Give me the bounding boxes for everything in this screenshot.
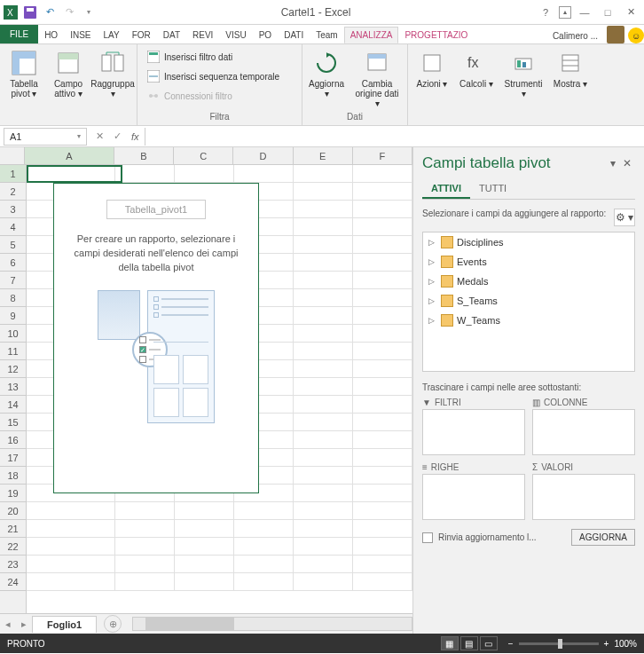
tab-review[interactable]: REVI [186,27,219,43]
col-header[interactable]: A [25,147,114,164]
sheet-nav-next[interactable]: ▸ [16,619,32,630]
ribbon-options-icon[interactable]: ▴ [559,6,571,19]
cell[interactable] [294,556,353,573]
cell[interactable] [353,165,412,183]
cell[interactable] [353,289,412,307]
fieldpane-close-icon[interactable]: ✕ [619,157,635,169]
cell[interactable] [294,254,353,272]
cell[interactable] [294,343,353,360]
cell[interactable] [353,325,412,343]
cell[interactable] [175,502,234,520]
help-icon[interactable]: ? [536,4,555,20]
minimize-button[interactable]: — [575,4,594,20]
cell[interactable] [353,449,412,467]
cell[interactable] [294,485,353,502]
cell[interactable] [353,573,412,591]
sheet-tab[interactable]: Foglio1 [32,616,97,633]
col-header[interactable]: C [174,147,233,164]
tab-file[interactable]: FILE [0,25,38,43]
row-header[interactable]: 9 [0,307,26,325]
cell[interactable] [294,201,353,218]
insert-slicer-button[interactable]: Inserisci filtro dati [143,48,283,66]
row-header[interactable]: 19 [0,485,26,502]
group-button[interactable]: Raggruppa ▾ [92,46,133,101]
cell[interactable] [175,538,234,556]
cell[interactable] [353,201,412,218]
tab-analyze[interactable]: ANALIZZA [344,27,399,43]
zoom-in-button[interactable]: + [604,639,609,649]
cell[interactable] [294,396,353,414]
cell[interactable] [353,538,412,556]
enter-formula-icon[interactable]: ✓ [108,130,126,142]
cell[interactable] [353,396,412,414]
tab-design[interactable]: PROGETTAZIO [398,27,474,43]
cell[interactable] [294,360,353,378]
undo-icon[interactable]: ↶ [43,5,57,20]
cell[interactable] [294,520,353,538]
row-header[interactable]: 1 [0,165,26,183]
field-item[interactable]: ▷S_Teams [423,291,634,311]
tab-po[interactable]: PO [253,27,278,43]
area-filters[interactable] [422,409,525,455]
cell[interactable] [115,573,175,591]
maximize-button[interactable]: □ [598,4,617,20]
cell[interactable] [115,502,175,520]
cell[interactable] [234,573,294,591]
col-header[interactable]: D [233,147,293,164]
area-values[interactable] [532,474,635,520]
cell[interactable] [294,325,353,343]
formula-input[interactable] [145,128,644,146]
expand-icon[interactable]: ▷ [428,316,437,325]
expand-icon[interactable]: ▷ [428,296,437,305]
cell[interactable] [234,538,294,556]
cell[interactable] [27,165,115,183]
cell[interactable] [115,556,175,573]
cell[interactable] [294,289,353,307]
view-pagelayout-icon[interactable]: ▤ [460,636,478,650]
row-header[interactable]: 23 [0,556,26,573]
row-header[interactable]: 2 [0,183,26,201]
zoom-out-button[interactable]: − [508,639,514,649]
row-header[interactable]: 3 [0,201,26,218]
row-header[interactable]: 7 [0,272,26,289]
cell[interactable] [353,236,412,254]
cell[interactable] [294,467,353,485]
cell[interactable] [353,360,412,378]
cell[interactable] [294,502,353,520]
cell[interactable] [353,272,412,289]
fieldpane-gear-icon[interactable]: ⚙ ▾ [614,209,635,226]
zoom-slider[interactable] [519,642,599,645]
row-header[interactable]: 4 [0,218,26,236]
update-button[interactable]: AGGIORNA [571,529,635,546]
tab-data[interactable]: DAT [157,27,186,43]
cell[interactable] [175,165,234,183]
row-header[interactable]: 13 [0,378,26,396]
cell[interactable] [353,254,412,272]
row-header[interactable]: 12 [0,360,26,378]
field-item[interactable]: ▷Disciplines [423,232,634,252]
cell[interactable] [294,431,353,449]
tab-formulas[interactable]: FOR [126,27,157,43]
cell[interactable] [294,449,353,467]
fieldpane-tab-all[interactable]: TUTTI [470,179,515,199]
view-normal-icon[interactable]: ▦ [441,636,459,650]
cell[interactable] [27,502,115,520]
fieldpane-field-list[interactable]: ▷Disciplines▷Events▷Medals▷S_Teams▷W_Tea… [422,232,635,372]
cell[interactable] [353,414,412,431]
col-header[interactable]: F [353,147,412,164]
cell[interactable] [234,520,294,538]
cell[interactable] [175,573,234,591]
cell[interactable] [27,573,115,591]
cell[interactable] [353,307,412,325]
select-all-corner[interactable] [0,147,25,164]
show-button[interactable]: Mostra ▾ [550,46,591,91]
change-datasource-button[interactable]: Cambia origine dati ▾ [350,46,404,111]
col-header[interactable]: E [294,147,353,164]
expand-icon[interactable]: ▷ [428,257,437,266]
qat-dropdown-icon[interactable]: ▾ [82,5,96,20]
field-item[interactable]: ▷Medals [423,272,634,291]
cell[interactable] [27,556,115,573]
cell[interactable] [294,538,353,556]
row-header[interactable]: 8 [0,289,26,307]
cancel-formula-icon[interactable]: ✕ [90,130,108,142]
